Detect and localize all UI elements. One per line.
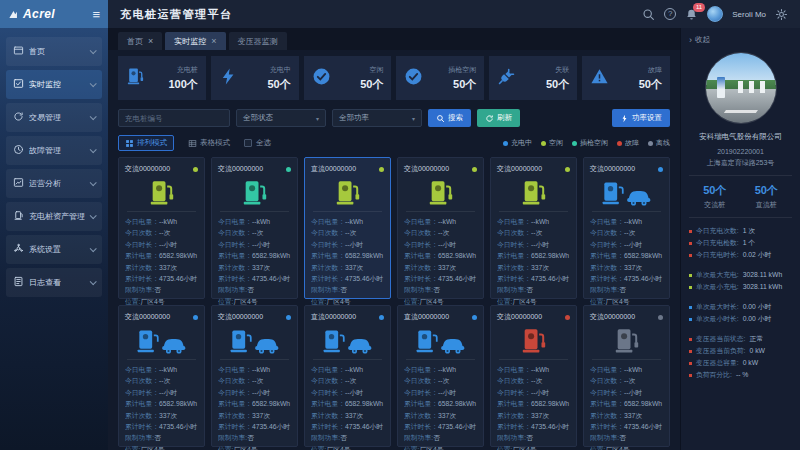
sidebar-item-asset[interactable]: 充电桩资产管理 — [6, 202, 102, 231]
charger-card-2[interactable]: 直流00000000 今日电量：--kWh今日次数：--次今日时长：--小时累计… — [304, 157, 391, 299]
card-field: 累计次数：337次 — [497, 410, 570, 421]
legend-item: 故障 — [617, 138, 639, 148]
table-mode-button[interactable]: 表格模式 — [181, 135, 237, 151]
card-field: 累计时长：4735.46小时 — [590, 421, 663, 432]
metric-row: 单次最大充电: 3028.11 kWh — [689, 269, 792, 281]
charger-name: 交流00000000 — [404, 164, 449, 174]
pile-type-stats: 50个交流桩50个直流桩 — [689, 183, 792, 210]
list-mode-button[interactable]: 排列模式 — [118, 135, 174, 151]
card-field: 今日次数：--次 — [218, 375, 291, 386]
card-field: 今日时长：--小时 — [404, 387, 477, 398]
stat-card-bolt[interactable]: 充电中 50个 — [211, 56, 299, 100]
card-field: 累计电量：6582.98kWh — [404, 250, 477, 261]
status-dot-icon — [472, 315, 477, 320]
gear-icon[interactable] — [775, 8, 788, 21]
sidebar-item-analysis[interactable]: 运营分析 — [6, 169, 102, 198]
close-icon[interactable]: × — [148, 37, 153, 46]
charger-card-5[interactable]: 交流00000000 今日电量：--kWh今日次数：--次今日时长：--小时累计… — [583, 157, 670, 299]
plug-icon — [497, 67, 516, 90]
charger-card-11[interactable]: 交流00000000 今日电量：--kWh今日次数：--次今日时长：--小时累计… — [583, 305, 670, 447]
sidebar-menu: 首页 实时监控 交易管理 故障管理 运营分析 充电桩资产管理 系统设置 日志查看 — [0, 28, 108, 306]
tab-0[interactable]: 首页× — [118, 32, 162, 50]
legend-item: 插枪空闲 — [572, 138, 608, 148]
sidebar-item-transaction[interactable]: 交易管理 — [6, 103, 102, 132]
sidebar-item-settings[interactable]: 系统设置 — [6, 235, 102, 264]
pile-icon — [126, 67, 145, 90]
card-field: 今日电量：--kWh — [590, 216, 663, 227]
metric-row: 单次最小时长: 0.00 小时 — [689, 313, 792, 325]
card-field: 今日时长：--小时 — [218, 387, 291, 398]
stat-card-plug[interactable]: 失联 50个 — [489, 56, 577, 100]
pile-number-input[interactable] — [118, 109, 230, 127]
stat-card-check[interactable]: 插枪空闲 50个 — [396, 56, 484, 100]
body-row: 首页×实时监控×变压器监测 充电桩 100个 充电中 50个 空闲 50个 插枪… — [108, 28, 800, 450]
power-setting-button[interactable]: 功率设置 — [612, 109, 670, 127]
charging-pile-icon — [404, 327, 477, 355]
notification-badge: 11 — [693, 3, 705, 12]
charger-card-0[interactable]: 交流00000000 今日电量：--kWh今日次数：--次今日时长：--小时累计… — [118, 157, 205, 299]
sidebar-item-monitor[interactable]: 实时监控 — [6, 70, 102, 99]
status-dot-icon — [193, 167, 198, 172]
status-dot-icon — [503, 141, 508, 146]
select-all-checkbox[interactable]: 全选 — [244, 138, 271, 148]
sidebar: Acrel ≡ 首页 实时监控 交易管理 故障管理 运营分析 充电桩资产管理 系… — [0, 0, 108, 450]
close-icon[interactable]: × — [211, 37, 216, 46]
search-icon[interactable] — [642, 8, 655, 21]
search-button[interactable]: 搜索 — [428, 109, 471, 127]
card-field: 限制功率:否 — [311, 284, 384, 295]
charger-card-6[interactable]: 交流00000000 今日电量：--kWh今日次数：--次今日时长：--小时累计… — [118, 305, 205, 447]
tab-1[interactable]: 实时监控× — [165, 32, 225, 50]
status-select[interactable]: 全部状态 ▾ — [236, 109, 326, 127]
bullet-icon — [689, 374, 692, 377]
user-name[interactable]: Seroli Mo — [732, 10, 766, 19]
card-field: 限制功率:否 — [404, 432, 477, 443]
charging-pile-icon — [311, 327, 384, 355]
content-area: 首页×实时监控×变压器监测 充电桩 100个 充电中 50个 空闲 50个 插枪… — [108, 28, 680, 450]
card-field: 累计次数：337次 — [125, 262, 198, 273]
charger-name: 交流00000000 — [590, 164, 635, 174]
bullet-icon — [689, 274, 692, 277]
sidebar-item-log[interactable]: 日志查看 — [6, 268, 102, 297]
status-dot-icon — [658, 315, 663, 320]
stat-card-warning[interactable]: 故障 50个 — [582, 56, 670, 100]
help-icon[interactable]: ? — [664, 8, 676, 20]
stat-card-pile[interactable]: 充电桩 100个 — [118, 56, 206, 100]
bullet-icon — [689, 362, 692, 365]
topbar: 充电桩运营管理平台 ? 11 Seroli Mo — [108, 0, 800, 28]
status-dot-icon — [379, 315, 384, 320]
bell-icon[interactable]: 11 — [685, 8, 698, 21]
charging-pile-icon — [218, 179, 291, 207]
card-field: 今日时长：--小时 — [311, 387, 384, 398]
card-field: 累计电量：6582.98kWh — [125, 398, 198, 409]
charger-card-7[interactable]: 交流00000000 今日电量：--kWh今日次数：--次今日时长：--小时累计… — [211, 305, 298, 447]
metric-row: 今日充电次数: 1 次 — [689, 225, 792, 237]
hamburger-menu-icon[interactable]: ≡ — [92, 8, 100, 21]
charger-card-10[interactable]: 交流00000000 今日电量：--kWh今日次数：--次今日时长：--小时累计… — [490, 305, 577, 447]
tab-2[interactable]: 变压器监测 — [229, 32, 287, 50]
avatar[interactable] — [707, 6, 723, 22]
sidebar-item-home[interactable]: 首页 — [6, 37, 102, 66]
bullet-icon — [689, 306, 692, 309]
card-field: 累计次数：337次 — [218, 262, 291, 273]
charger-card-8[interactable]: 直流00000000 今日电量：--kWh今日次数：--次今日时长：--小时累计… — [304, 305, 391, 447]
sidebar-item-fault[interactable]: 故障管理 — [6, 136, 102, 165]
card-field: 限制功率:否 — [311, 432, 384, 443]
collapse-button[interactable]: › 收起 — [689, 35, 710, 45]
card-field: 累计电量：6582.98kWh — [590, 250, 663, 261]
card-field: 累计电量：6582.98kWh — [218, 398, 291, 409]
status-dot-icon — [379, 167, 384, 172]
charger-name: 交流00000000 — [497, 164, 542, 174]
power-select[interactable]: 全部功率 ▾ — [332, 109, 422, 127]
charger-card-4[interactable]: 交流00000000 今日电量：--kWh今日次数：--次今日时长：--小时累计… — [490, 157, 577, 299]
topbar-icons: ? 11 Seroli Mo — [642, 6, 788, 22]
charger-card-9[interactable]: 直流00000000 今日电量：--kWh今日次数：--次今日时长：--小时累计… — [397, 305, 484, 447]
bolt-icon — [219, 67, 238, 90]
charger-card-1[interactable]: 交流00000000 今日电量：--kWh今日次数：--次今日时长：--小时累计… — [211, 157, 298, 299]
metric-row: 单次最大时长: 0.00 小时 — [689, 301, 792, 313]
card-field: 位置:厂区4号 — [404, 444, 477, 450]
stat-card-check[interactable]: 空闲 50个 — [304, 56, 392, 100]
charger-card-3[interactable]: 交流00000000 今日电量：--kWh今日次数：--次今日时长：--小时累计… — [397, 157, 484, 299]
card-field: 位置:厂区4号 — [497, 444, 570, 450]
card-field: 今日次数：--次 — [125, 227, 198, 238]
refresh-button[interactable]: 刷新 — [477, 109, 520, 127]
